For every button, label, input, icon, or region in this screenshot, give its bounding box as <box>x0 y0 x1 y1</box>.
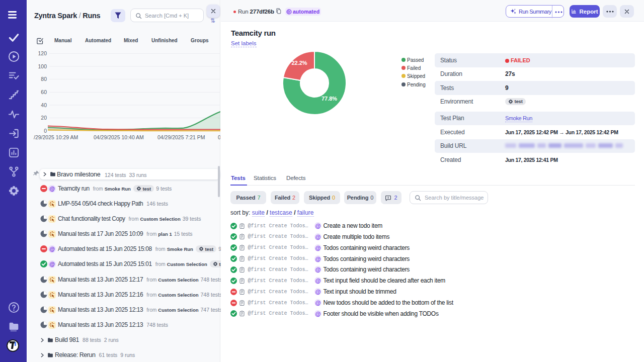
svg-text:80: 80 <box>41 76 47 82</box>
svg-text:@: @ <box>315 255 320 261</box>
svg-text:100: 100 <box>38 63 47 69</box>
svg-text:04/29/2025 10:40 AM: 04/29/2025 10:40 AM <box>94 134 144 140</box>
svg-text:@: @ <box>315 278 320 284</box>
svg-text:40: 40 <box>41 102 47 108</box>
svg-text:@: @ <box>315 289 320 295</box>
svg-text:@: @ <box>315 311 320 317</box>
svg-text:@: @ <box>315 234 320 240</box>
svg-text:@: @ <box>315 245 320 251</box>
svg-text:60: 60 <box>41 89 47 95</box>
svg-text:@: @ <box>315 266 320 273</box>
svg-text:@: @ <box>315 300 320 306</box>
svg-text:@: @ <box>49 246 55 252</box>
svg-text:04/29/2025 7:21 PM: 04/29/2025 7:21 PM <box>157 134 205 140</box>
svg-text:77.8%: 77.8% <box>321 96 337 102</box>
svg-text:@: @ <box>49 186 55 192</box>
svg-text:@: @ <box>49 261 55 267</box>
svg-text:20: 20 <box>41 115 47 121</box>
svg-text:22.2%: 22.2% <box>291 60 307 66</box>
svg-text:120: 120 <box>38 50 47 56</box>
svg-text:0: 0 <box>44 128 47 134</box>
svg-text:0: 0 <box>218 134 220 140</box>
svg-text:@: @ <box>315 223 320 229</box>
svg-text:/29/2025 10:29 AM: /29/2025 10:29 AM <box>34 134 78 140</box>
